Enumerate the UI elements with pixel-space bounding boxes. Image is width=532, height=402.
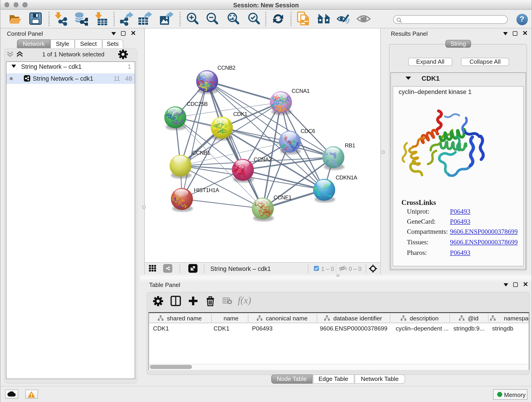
svg-text:CCNA2: CCNA2 [254, 156, 272, 162]
svg-text:CDC25B: CDC25B [187, 101, 208, 107]
svg-text:CDKN1A: CDKN1A [336, 174, 357, 181]
svg-text:CDC6: CDC6 [301, 128, 315, 134]
svg-text:CCNB2: CCNB2 [217, 65, 235, 71]
svg-text:CCNE1: CCNE1 [273, 194, 292, 201]
svg-text:CDK1: CDK1 [233, 111, 247, 117]
svg-text:CCNA1: CCNA1 [292, 88, 310, 94]
svg-text:CCNB1: CCNB1 [192, 150, 210, 156]
svg-text:HIST1H1A: HIST1H1A [194, 187, 219, 193]
svg-text:RB1: RB1 [345, 142, 355, 148]
